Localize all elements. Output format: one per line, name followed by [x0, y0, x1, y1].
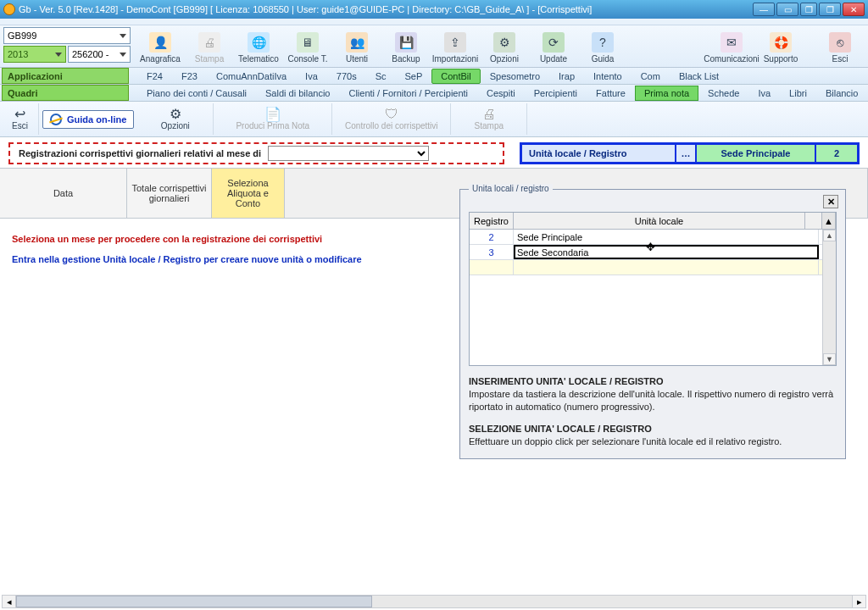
popup-row[interactable]: 3 Sede Secondaria ✕ [470, 245, 836, 260]
database-icon: 💾 [395, 32, 417, 53]
close-button[interactable]: ✕ [843, 3, 865, 16]
month-filter-label: Registrazioni corrispettivi giornalieri … [19, 148, 261, 158]
unita-sede-value: Sede Principale [697, 145, 816, 162]
month-select[interactable] [268, 146, 429, 161]
sec-opzioni-button[interactable]: ⚙ Opzioni [137, 103, 214, 135]
scroll-left-button[interactable]: ◂ [3, 596, 16, 607]
sec-esci-button[interactable]: ↩ Esci [2, 103, 39, 135]
year-combo[interactable]: 2013 [3, 46, 66, 63]
console-label: Console T. [287, 54, 327, 64]
col-aliquota[interactable]: Seleziona Aliquota e Conto [212, 169, 285, 218]
tab-sep[interactable]: SeP [395, 69, 431, 84]
scrollbar-thumb[interactable] [16, 596, 372, 607]
console-icon: 🖥 [297, 32, 319, 53]
code-combo[interactable]: 256200 - [68, 46, 131, 63]
maximize-button[interactable]: ▭ [776, 3, 798, 16]
popup-close-button[interactable]: ✕ [823, 195, 838, 208]
anagrafica-button[interactable]: 👤Anagrafica [136, 26, 185, 65]
tab-f24[interactable]: F24 [137, 69, 172, 84]
popup-row-loc[interactable] [514, 260, 819, 274]
opzioni-button[interactable]: ⚙Opzioni [480, 26, 529, 65]
tab-blacklist[interactable]: Black List [670, 69, 728, 84]
supporto-label: Supporto [764, 54, 798, 64]
window-titlebar: Gb - Ver. 5.0 [Rev.1428] - DemoCont [GB9… [0, 0, 868, 19]
quadri-label: Quadri [8, 88, 37, 98]
applicazioni-dropdown[interactable]: Applicazioni [2, 68, 129, 84]
guida-button[interactable]: ?Guida [578, 26, 627, 65]
tab-contbil[interactable]: ContBil [431, 69, 480, 84]
guida-online-link[interactable]: Guida on-line [42, 110, 134, 129]
subtab-bilancio[interactable]: Bilancio [816, 86, 868, 101]
main-toolbar: GB999 2013 256200 - 👤Anagrafica 🖨Stampa … [0, 25, 868, 68]
popup-scroll-head: ▲ [822, 213, 836, 229]
tab-irap[interactable]: Irap [549, 69, 584, 84]
tab-iva[interactable]: Iva [296, 69, 327, 84]
console-button[interactable]: 🖥Console T. [283, 26, 332, 65]
popup-row[interactable]: 2 Sede Principale ✕ [470, 230, 836, 245]
update-button[interactable]: ⟳Update [529, 26, 578, 65]
telematico-button[interactable]: 🌐Telematico [234, 26, 283, 65]
mail-icon: ✉ [721, 32, 743, 53]
scroll-down-button[interactable]: ▼ [823, 353, 836, 365]
anagrafica-label: Anagrafica [140, 54, 181, 64]
subtab-cespiti[interactable]: Cespiti [477, 86, 525, 101]
horizontal-scrollbar[interactable]: ◂ ▸ [2, 595, 866, 608]
mdi-restore-button[interactable]: ❐ [819, 3, 841, 16]
tab-spesometro[interactable]: Spesometro [481, 69, 549, 84]
tab-sc[interactable]: Sc [366, 69, 396, 84]
popup-row-loc: Sede Principale [514, 230, 819, 244]
year-combo-value: 2013 [8, 49, 28, 59]
exit-icon: ⎋ [829, 32, 851, 53]
stampa-button[interactable]: 🖨Stampa [185, 26, 234, 65]
subtab-fatture[interactable]: Fatture [587, 86, 635, 101]
restore-button[interactable]: ❐ [800, 3, 817, 16]
tab-intento[interactable]: Intento [584, 69, 632, 84]
printer-icon: 🖨 [482, 108, 496, 121]
importazioni-button[interactable]: ⇪Importazioni [431, 26, 480, 65]
guida-online-label: Guida on-line [67, 114, 126, 125]
subtab-schede[interactable]: Schede [698, 86, 748, 101]
subtab-iva[interactable]: Iva [748, 86, 780, 101]
quadri-dropdown[interactable]: Quadri [2, 85, 129, 101]
popup-row-empty[interactable] [470, 260, 836, 275]
popup-col-registro: Registro [470, 213, 514, 229]
subtab-percipienti[interactable]: Percipienti [525, 86, 587, 101]
unita-registro-browse-button[interactable]: … [676, 145, 697, 162]
minimize-button[interactable]: — [753, 3, 775, 16]
applicazioni-label: Applicazioni [8, 71, 63, 81]
popup-row-reg: 2 [470, 230, 514, 244]
tab-f23[interactable]: F23 [172, 69, 207, 84]
window-title: Gb - Ver. 5.0 [Rev.1428] - DemoCont [GB9… [19, 4, 753, 14]
comunicazioni-button[interactable]: ✉Comunicazioni [707, 26, 756, 65]
scroll-right-button[interactable]: ▸ [852, 596, 865, 607]
backup-button[interactable]: 💾Backup [381, 26, 431, 65]
esci-label: Esci [832, 54, 849, 64]
tab-770s[interactable]: 770s [327, 69, 366, 84]
subtab-prima-nota[interactable]: Prima nota [635, 86, 698, 101]
month-filter-bar: Registrazioni corrispettivi giornalieri … [8, 142, 504, 164]
opzioni-label: Opzioni [490, 54, 519, 64]
utenti-button[interactable]: 👥Utenti [332, 26, 381, 65]
popup-sel-text: Effettuare un doppio click per seleziona… [469, 435, 837, 448]
sec-controllo-button: 🛡 Controllo dei corrispettivi [332, 103, 451, 135]
tab-comuanndativa[interactable]: ComuAnnDatiIva [207, 69, 296, 84]
stampa-label: Stampa [195, 54, 224, 64]
supporto-button[interactable]: 🛟Supporto [756, 26, 805, 65]
scroll-up-button[interactable]: ▲ [823, 230, 836, 241]
client-combo[interactable]: GB999 [3, 27, 131, 44]
popup-row-loc[interactable]: Sede Secondaria [514, 245, 819, 259]
guida-label: Guida [592, 54, 615, 64]
import-icon: ⇪ [444, 32, 466, 53]
sec-produci-label: Produci Prima Nota [236, 121, 309, 130]
tab-com[interactable]: Com [632, 69, 670, 84]
sec-opzioni-label: Opzioni [161, 121, 190, 130]
gear-icon: ⚙ [493, 32, 515, 53]
subtab-piano[interactable]: Piano dei conti / Causali [137, 86, 256, 101]
esci-button[interactable]: ⎋Esci [815, 26, 865, 65]
subtab-libri[interactable]: Libri [780, 86, 816, 101]
quadri-row: Quadri Piano dei conti / Causali Saldi d… [0, 85, 868, 102]
subtab-saldi[interactable]: Saldi di bilancio [256, 86, 339, 101]
subtab-clienti[interactable]: Clienti / Fornitori / Percipienti [339, 86, 477, 101]
unita-registro-value: 2 [816, 145, 857, 162]
popup-vscrollbar[interactable]: ▲ ▼ [822, 230, 836, 365]
